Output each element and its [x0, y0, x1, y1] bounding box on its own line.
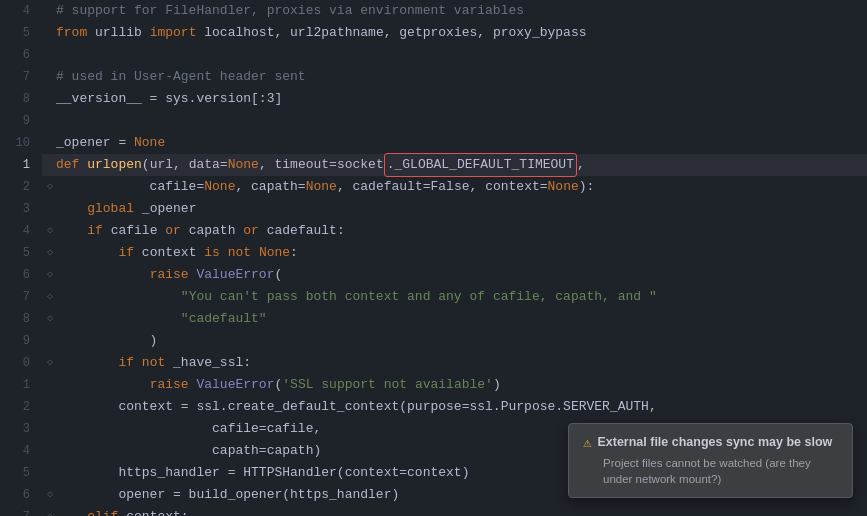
- fold-icon: [44, 110, 56, 132]
- line-num-9: 9: [23, 110, 30, 132]
- line-num-1: 1: [23, 154, 30, 176]
- fold-icon: ◇: [44, 484, 56, 506]
- line-num-4: 4: [23, 0, 30, 22]
- fold-icon: [44, 154, 56, 176]
- code-line: _opener = None: [42, 132, 867, 154]
- fold-icon: [44, 396, 56, 418]
- line-num-5b: 5: [23, 242, 30, 264]
- fold-icon: ◇: [44, 506, 56, 516]
- fold-icon: [44, 88, 56, 110]
- line-num-3: 3: [23, 198, 30, 220]
- line-num-8b: 8: [23, 308, 30, 330]
- fold-icon: ◇: [44, 308, 56, 330]
- toast-body: Project files cannot be watched (are the…: [583, 455, 838, 487]
- fold-icon: ◇: [44, 242, 56, 264]
- fold-icon: [44, 198, 56, 220]
- line-num-9b: 9: [23, 330, 30, 352]
- code-line: ◇ "You can't pass both context and any o…: [42, 286, 867, 308]
- line-numbers: 4 5 6 7 8 9 10 1 2 3 4 5 6 7 8 9 0 1 2 3…: [0, 0, 38, 516]
- line-num-2b: 2: [23, 396, 30, 418]
- fold-icon: [44, 66, 56, 88]
- fold-icon: [44, 44, 56, 66]
- toast-title: External file changes sync may be slow: [597, 435, 832, 449]
- code-line: ◇ if cafile or capath or cadefault:: [42, 220, 867, 242]
- fold-icon: ◇: [44, 220, 56, 242]
- fold-icon: [44, 374, 56, 396]
- warning-icon: ⚠: [583, 434, 591, 451]
- code-line: [42, 44, 867, 66]
- line-num-3b: 3: [23, 418, 30, 440]
- code-line: [42, 110, 867, 132]
- line-num-2: 2: [23, 176, 30, 198]
- code-line: # support for FileHandler, proxies via e…: [42, 0, 867, 22]
- fold-icon: [44, 462, 56, 484]
- line-num-8: 8: [23, 88, 30, 110]
- code-line: ◇ elif context:: [42, 506, 867, 516]
- line-num-1b: 1: [23, 374, 30, 396]
- line-num-4c: 4: [23, 440, 30, 462]
- code-line-active: def urlopen (url, data= None , timeout=s…: [42, 154, 867, 176]
- line-num-5: 5: [23, 22, 30, 44]
- line-num-7b: 7: [23, 286, 30, 308]
- line-num-4b: 4: [23, 220, 30, 242]
- line-num-0: 0: [23, 352, 30, 374]
- fold-icon: [44, 132, 56, 154]
- fold-icon: ◇: [44, 286, 56, 308]
- code-line: ◇ raise ValueError (: [42, 264, 867, 286]
- code-line: from urllib import localhost, url2pathna…: [42, 22, 867, 44]
- line-num-7c: 7: [23, 506, 30, 516]
- code-line: context = ssl.create_default_context(pur…: [42, 396, 867, 418]
- line-num-7: 7: [23, 66, 30, 88]
- code-line: ◇ cafile= None , capath= None , cadefaul…: [42, 176, 867, 198]
- code-line: # used in User-Agent header sent: [42, 66, 867, 88]
- fold-icon: [44, 440, 56, 462]
- fold-icon: [44, 418, 56, 440]
- line-num-10: 10: [16, 132, 30, 154]
- fold-icon: [44, 22, 56, 44]
- line-num-6b: 6: [23, 264, 30, 286]
- fold-icon: [44, 0, 56, 22]
- code-line: ◇ "cadefault": [42, 308, 867, 330]
- code-line: __version__ = sys.version[:3]: [42, 88, 867, 110]
- line-num-5c: 5: [23, 462, 30, 484]
- fold-icon: ◇: [44, 264, 56, 286]
- fold-icon: [44, 330, 56, 352]
- highlighted-token: ._GLOBAL_DEFAULT_TIMEOUT: [384, 153, 577, 177]
- toast-notification[interactable]: ⚠ External file changes sync may be slow…: [568, 423, 853, 498]
- code-line: raise ValueError ( 'SSL support not avai…: [42, 374, 867, 396]
- code-line: ◇ if context is not None :: [42, 242, 867, 264]
- code-line: ): [42, 330, 867, 352]
- line-num-6: 6: [23, 44, 30, 66]
- fold-icon: ◇: [44, 176, 56, 198]
- code-line: global _opener: [42, 198, 867, 220]
- code-line: ◇ if not _have_ssl:: [42, 352, 867, 374]
- fold-icon: ◇: [44, 352, 56, 374]
- toast-header: ⚠ External file changes sync may be slow: [583, 434, 838, 451]
- line-num-6c: 6: [23, 484, 30, 506]
